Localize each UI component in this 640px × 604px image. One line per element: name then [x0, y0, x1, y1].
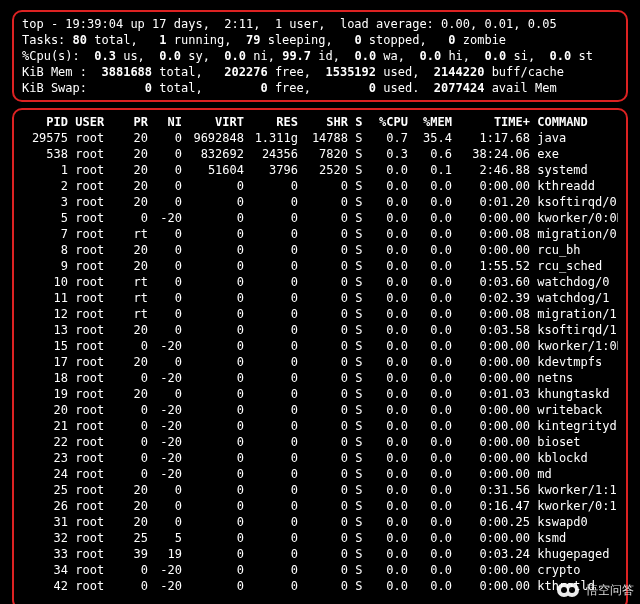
cell-shr: 0	[298, 562, 348, 578]
cell-time: 0:00.00	[452, 402, 530, 418]
table-row[interactable]: 32 root255000 S0.00.00:00.00 ksmd	[22, 530, 618, 546]
cell-ni: -20	[148, 434, 182, 450]
cell-user: root	[68, 306, 114, 322]
col-virt[interactable]: VIRT	[182, 114, 244, 130]
summary-line-mem: KiB Mem : 3881688 total, 202276 free, 15…	[22, 64, 618, 80]
cell-ni: 0	[148, 306, 182, 322]
table-row[interactable]: 5 root0-20000 S0.00.00:00.00 kworker/0:0…	[22, 210, 618, 226]
col-ni[interactable]: NI	[148, 114, 182, 130]
cell-cmd: khugepaged	[530, 546, 618, 562]
cell-cmd: kswapd0	[530, 514, 618, 530]
cell-user: root	[68, 546, 114, 562]
table-row[interactable]: 33 root3919000 S0.00.00:03.24 khugepaged	[22, 546, 618, 562]
table-row[interactable]: 42 root0-20000 S0.00.00:00.00 kthrotld	[22, 578, 618, 594]
table-row[interactable]: 19 root200000 S0.00.00:01.03 khungtaskd	[22, 386, 618, 402]
cell-mem: 0.0	[408, 338, 452, 354]
cell-s: S	[348, 274, 364, 290]
terminal-screen[interactable]: top - 19:39:04 up 17 days, 2:11, 1 user,…	[0, 0, 640, 604]
table-row[interactable]: 7 rootrt0000 S0.00.00:00.08 migration/0	[22, 226, 618, 242]
cell-res: 0	[244, 514, 298, 530]
cell-cpu: 0.0	[364, 402, 408, 418]
table-row[interactable]: 26 root200000 S0.00.00:16.47 kworker/0:1	[22, 498, 618, 514]
table-row[interactable]: 18 root0-20000 S0.00.00:00.00 netns	[22, 370, 618, 386]
cell-cpu: 0.0	[364, 274, 408, 290]
col-cmd[interactable]: COMMAND	[530, 114, 618, 130]
cell-shr: 0	[298, 466, 348, 482]
cell-res: 0	[244, 210, 298, 226]
cell-pr: 0	[114, 434, 148, 450]
cell-user: root	[68, 466, 114, 482]
cell-res: 0	[244, 562, 298, 578]
col-cpu[interactable]: %CPU	[364, 114, 408, 130]
cell-virt: 0	[182, 226, 244, 242]
cell-mem: 0.0	[408, 258, 452, 274]
cell-cmd: kworker/1:1	[530, 482, 618, 498]
table-row[interactable]: 17 root200000 S0.00.00:00.00 kdevtmpfs	[22, 354, 618, 370]
col-time[interactable]: TIME+	[452, 114, 530, 130]
cell-time: 38:24.06	[452, 146, 530, 162]
cell-shr: 0	[298, 178, 348, 194]
cell-time: 0:00.00	[452, 578, 530, 594]
col-pr[interactable]: PR	[114, 114, 148, 130]
cell-shr: 0	[298, 258, 348, 274]
cell-res: 0	[244, 242, 298, 258]
table-row[interactable]: 3 root200000 S0.00.00:01.20 ksoftirqd/0	[22, 194, 618, 210]
col-user[interactable]: USER	[68, 114, 114, 130]
cell-time: 0:00.00	[452, 466, 530, 482]
table-row[interactable]: 538 root200832692243567820 S0.30.638:24.…	[22, 146, 618, 162]
table-row[interactable]: 34 root0-20000 S0.00.00:00.00 crypto	[22, 562, 618, 578]
col-res[interactable]: RES	[244, 114, 298, 130]
table-row[interactable]: 11 rootrt0000 S0.00.00:02.39 watchdog/1	[22, 290, 618, 306]
table-row[interactable]: 10 rootrt0000 S0.00.00:03.60 watchdog/0	[22, 274, 618, 290]
cell-time: 0:00.00	[452, 562, 530, 578]
table-row[interactable]: 21 root0-20000 S0.00.00:00.00 kintegrity…	[22, 418, 618, 434]
cell-mem: 0.0	[408, 290, 452, 306]
table-row[interactable]: 2 root200000 S0.00.00:00.00 kthreadd	[22, 178, 618, 194]
cell-s: S	[348, 226, 364, 242]
cell-mem: 0.0	[408, 274, 452, 290]
table-row[interactable]: 8 root200000 S0.00.00:00.00 rcu_bh	[22, 242, 618, 258]
table-row[interactable]: 12 rootrt0000 S0.00.00:00.08 migration/1	[22, 306, 618, 322]
cell-cmd: kintegrityd	[530, 418, 618, 434]
table-row[interactable]: 15 root0-20000 S0.00.00:00.00 kworker/1:…	[22, 338, 618, 354]
table-row[interactable]: 22 root0-20000 S0.00.00:00.00 bioset	[22, 434, 618, 450]
table-row[interactable]: 24 root0-20000 S0.00.00:00.00 md	[22, 466, 618, 482]
cell-cpu: 0.0	[364, 418, 408, 434]
cell-res: 0	[244, 578, 298, 594]
cell-ni: 0	[148, 322, 182, 338]
cell-pid: 2	[22, 178, 68, 194]
cell-shr: 0	[298, 354, 348, 370]
cell-cmd: kworker/0:0H	[530, 210, 618, 226]
col-mem[interactable]: %MEM	[408, 114, 452, 130]
table-row[interactable]: 31 root200000 S0.00.00:00.25 kswapd0	[22, 514, 618, 530]
cell-s: S	[348, 434, 364, 450]
cell-shr: 0	[298, 402, 348, 418]
cell-pid: 17	[22, 354, 68, 370]
col-pid[interactable]: PID	[22, 114, 68, 130]
cell-s: S	[348, 498, 364, 514]
table-row[interactable]: 25 root200000 S0.00.00:31.56 kworker/1:1	[22, 482, 618, 498]
cell-mem: 0.0	[408, 210, 452, 226]
table-row[interactable]: 20 root0-20000 S0.00.00:00.00 writeback	[22, 402, 618, 418]
cell-time: 0:00.00	[452, 370, 530, 386]
cell-pid: 21	[22, 418, 68, 434]
cell-time: 1:55.52	[452, 258, 530, 274]
cell-ni: 0	[148, 498, 182, 514]
cell-cmd: kworker/0:1	[530, 498, 618, 514]
table-row[interactable]: 23 root0-20000 S0.00.00:00.00 kblockd	[22, 450, 618, 466]
table-row[interactable]: 29575 root20096928481.311g14788 S0.735.4…	[22, 130, 618, 146]
cell-mem: 0.0	[408, 354, 452, 370]
table-row[interactable]: 1 root2005160437962520 S0.00.12:46.88 sy…	[22, 162, 618, 178]
cell-s: S	[348, 482, 364, 498]
cell-mem: 0.0	[408, 562, 452, 578]
cell-time: 0:00.08	[452, 306, 530, 322]
table-row[interactable]: 9 root200000 S0.00.01:55.52 rcu_sched	[22, 258, 618, 274]
cell-pid: 42	[22, 578, 68, 594]
cell-time: 0:00.25	[452, 514, 530, 530]
col-shr[interactable]: SHR	[298, 114, 348, 130]
cell-res: 0	[244, 274, 298, 290]
col-s[interactable]: S	[348, 114, 364, 130]
table-row[interactable]: 13 root200000 S0.00.00:03.58 ksoftirqd/1	[22, 322, 618, 338]
cell-cpu: 0.0	[364, 562, 408, 578]
cell-cmd: rcu_sched	[530, 258, 618, 274]
